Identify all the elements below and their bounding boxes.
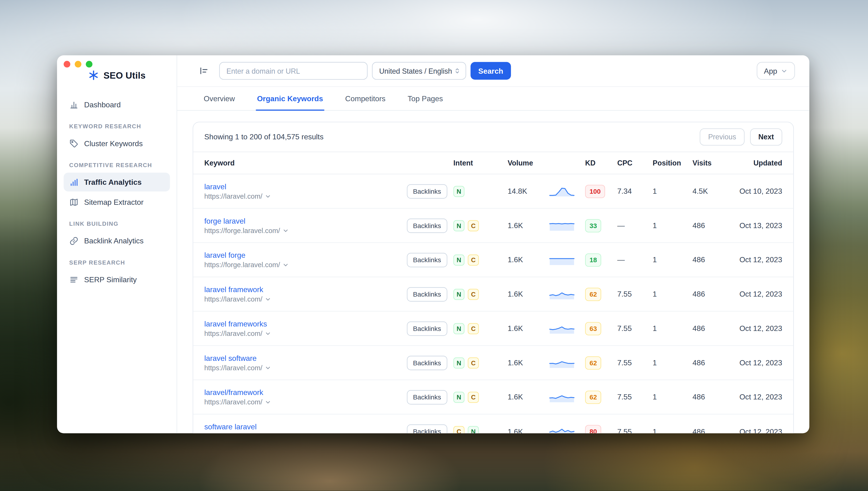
trend-sparkline bbox=[549, 391, 575, 403]
tab-overview[interactable]: Overview bbox=[202, 87, 236, 110]
sidebar-item-serp-similarity[interactable]: SERP Similarity bbox=[63, 270, 170, 289]
backlinks-button[interactable]: Backlinks bbox=[407, 218, 447, 233]
table-row: laravel framework https://laravel.com/ B… bbox=[193, 277, 793, 312]
keyword-link[interactable]: software laravel bbox=[204, 423, 256, 431]
previous-page-button[interactable]: Previous bbox=[700, 128, 745, 145]
kd-cell: 62 bbox=[585, 390, 617, 403]
visits-cell: 486 bbox=[693, 358, 731, 367]
visits-cell: 486 bbox=[693, 324, 731, 333]
kd-badge: 100 bbox=[585, 184, 605, 198]
keyword-link[interactable]: forge laravel bbox=[204, 216, 245, 225]
chevron-down-icon bbox=[264, 364, 271, 371]
locale-select[interactable]: United States / English bbox=[372, 62, 466, 80]
sidebar-item-cluster-keywords[interactable]: Cluster Keywords bbox=[63, 134, 170, 153]
keyword-url: https://laravel.com/ bbox=[204, 398, 262, 406]
backlinks-button[interactable]: Backlinks bbox=[407, 390, 447, 404]
keyword-link[interactable]: laravel bbox=[204, 182, 226, 191]
kd-badge: 63 bbox=[585, 322, 601, 335]
search-button[interactable]: Search bbox=[471, 62, 511, 80]
tab-top-pages[interactable]: Top Pages bbox=[407, 87, 444, 110]
keyword-link[interactable]: laravel forge bbox=[204, 251, 245, 259]
position-cell: 1 bbox=[653, 187, 693, 195]
volume-cell: 14.8K bbox=[508, 187, 549, 195]
next-page-button[interactable]: Next bbox=[750, 128, 782, 145]
column-header-volume: Volume bbox=[508, 159, 549, 167]
sidebar-item-backlink-analytics[interactable]: Backlink Analytics bbox=[63, 231, 170, 250]
backlinks-button[interactable]: Backlinks bbox=[407, 355, 447, 370]
table-row: laravel forge https://forge.laravel.com/… bbox=[193, 243, 793, 277]
domain-search-input[interactable] bbox=[219, 62, 368, 80]
keyword-url-toggle[interactable]: https://laravel.com/ bbox=[204, 295, 407, 303]
keyword-url: https://laravel.com/ bbox=[204, 295, 262, 303]
app-menu-button[interactable]: App bbox=[757, 62, 795, 80]
intent-cell: NC bbox=[453, 220, 507, 231]
volume-cell: 1.6K bbox=[508, 393, 549, 401]
keyword-url-toggle[interactable]: https://forge.laravel.com/ bbox=[204, 261, 407, 268]
keyword-link[interactable]: laravel framework bbox=[204, 285, 263, 293]
keyword-url-toggle[interactable]: https://laravel.com/ bbox=[204, 433, 407, 433]
intent-badge-n: N bbox=[453, 186, 465, 197]
chevron-down-icon bbox=[282, 227, 289, 234]
sidebar-item-traffic-analytics[interactable]: Traffic Analytics bbox=[63, 173, 170, 191]
locale-select-value: United States / English bbox=[379, 67, 452, 75]
tab-organic-keywords[interactable]: Organic Keywords bbox=[256, 87, 324, 110]
tab-competitors[interactable]: Competitors bbox=[344, 87, 386, 110]
volume-cell: 1.6K bbox=[508, 221, 549, 230]
sidebar-item-sitemap-extractor[interactable]: Sitemap Extractor bbox=[63, 193, 170, 211]
keyword-link[interactable]: laravel frameworks bbox=[204, 320, 267, 328]
backlinks-button[interactable]: Backlinks bbox=[407, 424, 447, 433]
dashboard-icon bbox=[69, 100, 79, 109]
backlinks-cell: Backlinks bbox=[407, 184, 453, 198]
kd-cell: 62 bbox=[585, 287, 617, 300]
intent-badge-n: N bbox=[453, 220, 465, 231]
keyword-url-toggle[interactable]: https://laravel.com/ bbox=[204, 192, 407, 200]
sidebar-item-dashboard[interactable]: Dashboard bbox=[63, 95, 170, 114]
zoom-button[interactable] bbox=[86, 61, 92, 67]
pagination: Previous Next bbox=[700, 128, 782, 145]
keyword-cell: forge laravel https://forge.laravel.com/ bbox=[204, 216, 407, 234]
app-menu-label: App bbox=[764, 67, 777, 75]
intent-badge-c: C bbox=[468, 357, 479, 368]
backlinks-button[interactable]: Backlinks bbox=[407, 321, 447, 336]
kd-badge: 18 bbox=[585, 253, 601, 266]
tag-icon bbox=[69, 139, 79, 148]
keyword-cell: laravel software https://laravel.com/ bbox=[204, 354, 407, 371]
intent-badge-c: C bbox=[468, 323, 479, 334]
table-row: forge laravel https://forge.laravel.com/… bbox=[193, 208, 793, 243]
chevron-down-icon bbox=[282, 261, 289, 268]
keyword-link[interactable]: laravel software bbox=[204, 354, 256, 362]
sidebar-item-label: Traffic Analytics bbox=[84, 178, 142, 186]
keyword-url-toggle[interactable]: https://forge.laravel.com/ bbox=[204, 227, 407, 234]
keyword-link[interactable]: laravel/framework bbox=[204, 388, 263, 396]
intent-cell: NC bbox=[453, 289, 507, 300]
tab-bar: OverviewOrganic KeywordsCompetitorsTop P… bbox=[177, 87, 809, 111]
kd-badge: 62 bbox=[585, 390, 601, 403]
keyword-url: https://laravel.com/ bbox=[204, 329, 262, 337]
column-header-visits: Visits bbox=[693, 159, 731, 167]
minimize-button[interactable] bbox=[75, 61, 81, 67]
column-header-updated: Updated bbox=[731, 159, 782, 167]
map-icon bbox=[69, 197, 79, 207]
updated-cell: Oct 12, 2023 bbox=[731, 393, 782, 401]
bar-chart-icon bbox=[69, 177, 79, 187]
content-area: Showing 1 to 200 of 104,575 results Prev… bbox=[177, 111, 809, 433]
intent-cell: NC bbox=[453, 323, 507, 334]
visits-cell: 486 bbox=[693, 221, 731, 230]
keyword-url-toggle[interactable]: https://laravel.com/ bbox=[204, 329, 407, 337]
visits-cell: 486 bbox=[693, 290, 731, 298]
close-button[interactable] bbox=[63, 61, 70, 67]
keyword-url-toggle[interactable]: https://laravel.com/ bbox=[204, 364, 407, 372]
table-header: Keyword Intent Volume KD CPC Position Vi… bbox=[193, 152, 793, 174]
position-cell: 1 bbox=[653, 324, 693, 333]
keyword-url-toggle[interactable]: https://laravel.com/ bbox=[204, 398, 407, 406]
cpc-cell: 7.55 bbox=[617, 428, 652, 433]
backlinks-button[interactable]: Backlinks bbox=[407, 253, 447, 267]
intent-cell: NC bbox=[453, 254, 507, 265]
position-cell: 1 bbox=[653, 428, 693, 433]
backlinks-button[interactable]: Backlinks bbox=[407, 184, 447, 198]
sidebar-toggle-button[interactable] bbox=[195, 62, 213, 80]
backlinks-button[interactable]: Backlinks bbox=[407, 287, 447, 301]
updated-cell: Oct 12, 2023 bbox=[731, 290, 782, 298]
backlinks-cell: Backlinks bbox=[407, 355, 453, 370]
updated-cell: Oct 12, 2023 bbox=[731, 324, 782, 333]
